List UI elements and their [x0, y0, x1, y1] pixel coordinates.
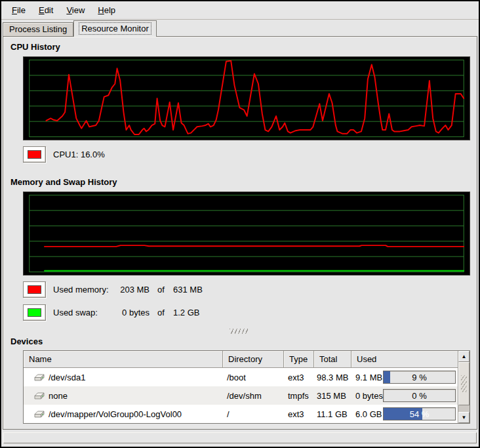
cpu-history-chart: [24, 57, 470, 140]
cpu-legend-label: CPU1: 16.0%: [53, 150, 105, 159]
scroll-down-button[interactable]: ▼: [458, 412, 470, 423]
legend-total: 631 MB: [173, 285, 203, 295]
column-header-name[interactable]: Name: [24, 351, 223, 368]
memory-swap-history-chart: [24, 192, 470, 275]
cpu-color-sample: [28, 150, 41, 159]
scrollbar-thumb[interactable]: [458, 362, 470, 405]
disk-drive-icon: [33, 373, 45, 382]
up-arrow-icon: ▲: [462, 354, 467, 359]
memory-legend-row: Used swap: 0 bytes of 1.2 GB: [23, 304, 468, 321]
device-name: none: [49, 391, 68, 401]
menu-item-edit[interactable]: Edit: [32, 3, 60, 17]
device-type: ext3: [284, 409, 314, 419]
device-type: tmpfs: [284, 391, 314, 401]
cpu-history-graph: [23, 56, 470, 140]
devices-table-header: NameDirectoryTypeTotalUsed: [24, 351, 458, 368]
cpu-color-swatch-button[interactable]: [23, 146, 46, 163]
device-row[interactable]: /dev/sda1 /boot ext3 98.3 MB 9.1 MB 9 %: [24, 368, 458, 386]
device-name: /dev/sda1: [49, 373, 85, 382]
legend-color-sample: [28, 285, 41, 294]
device-directory: /boot: [223, 373, 284, 382]
legend-total: 1.2 GB: [173, 308, 199, 317]
device-name: /dev/mapper/VolGroup00-LogVol00: [49, 409, 182, 419]
column-header-directory[interactable]: Directory: [223, 351, 284, 368]
cpu-legend: CPU1: 16.0%: [23, 146, 468, 163]
device-row[interactable]: /dev/mapper/VolGroup00-LogVol00 / ext3 1…: [24, 405, 458, 423]
device-used: 9.1 MB: [351, 373, 383, 382]
resource-monitor-panel: CPU History CPU1: 16.0% Memory and Swap …: [3, 36, 477, 430]
devices-table-body: /dev/sda1 /boot ext3 98.3 MB 9.1 MB 9 % …: [24, 368, 458, 423]
tab-process-listing[interactable]: Process Listing: [3, 22, 73, 36]
column-header-type[interactable]: Type: [284, 351, 314, 368]
memory-legend-row: Used memory: 203 MB of 631 MB: [23, 281, 468, 298]
legend-color-swatch-button[interactable]: [23, 304, 46, 321]
legend-label: Used memory:: [53, 285, 117, 295]
device-row[interactable]: none /dev/shm tmpfs 315 MB 0 bytes 0 %: [24, 386, 458, 405]
cpu-history-title: CPU History: [10, 42, 468, 52]
tab-resource-monitor[interactable]: Resource Monitor: [73, 20, 157, 37]
device-directory: /: [223, 409, 284, 419]
usage-progress-bar: 54 %: [383, 407, 456, 420]
device-used: 6.0 GB: [351, 409, 383, 419]
disk-drive-icon: [33, 391, 45, 400]
memory-swap-history-graph: [23, 192, 470, 275]
menu-item-file[interactable]: File: [5, 3, 32, 17]
usage-percent-label: 9 %: [384, 371, 455, 383]
thumb-grip-icon: [461, 375, 467, 392]
usage-progress-bar: 0 %: [383, 389, 456, 402]
devices-table-main: NameDirectoryTypeTotalUsed /dev/sda1 /bo…: [24, 351, 458, 423]
usage-progress-bar: 9 %: [383, 371, 456, 384]
status-bar: [3, 432, 477, 443]
menu-item-view[interactable]: View: [60, 3, 91, 17]
disk-drive-icon: [33, 409, 45, 418]
device-directory: /dev/shm: [223, 391, 284, 401]
app-window: FileEditViewHelp Process ListingResource…: [0, 0, 480, 448]
device-total: 11.1 GB: [314, 409, 351, 419]
column-header-total[interactable]: Total: [314, 351, 351, 368]
devices-table: NameDirectoryTypeTotalUsed /dev/sda1 /bo…: [23, 350, 470, 424]
scroll-up-button[interactable]: ▲: [458, 351, 470, 362]
legend-color-swatch-button[interactable]: [23, 281, 46, 298]
column-header-used[interactable]: Used: [351, 351, 458, 368]
tab-strip: Process ListingResource Monitor: [1, 20, 479, 36]
legend-label: Used swap:: [53, 308, 117, 317]
device-total: 98.3 MB: [314, 373, 351, 382]
scrollbar-track[interactable]: [458, 362, 470, 412]
down-arrow-icon: ▼: [462, 415, 467, 420]
menu-item-help[interactable]: Help: [91, 3, 122, 17]
memory-swap-history-title: Memory and Swap History: [10, 177, 468, 188]
legend-of: of: [150, 308, 173, 317]
usage-percent-label: 54 %: [384, 408, 455, 420]
legend-value: 0 bytes: [117, 308, 150, 317]
memory-legends: Used memory: 203 MB of 631 MB Used swap:…: [10, 281, 468, 321]
legend-value: 203 MB: [117, 285, 150, 295]
device-total: 315 MB: [314, 391, 351, 401]
legend-of: of: [150, 285, 173, 295]
device-type: ext3: [284, 373, 314, 382]
usage-percent-label: 0 %: [384, 390, 455, 401]
legend-color-sample: [28, 308, 41, 317]
devices-title: Devices: [10, 336, 468, 347]
pane-resize-handle[interactable]: [230, 329, 249, 334]
menu-bar: FileEditViewHelp: [1, 1, 479, 20]
device-used: 0 bytes: [351, 391, 383, 401]
vertical-scrollbar[interactable]: ▲ ▼: [458, 351, 470, 423]
